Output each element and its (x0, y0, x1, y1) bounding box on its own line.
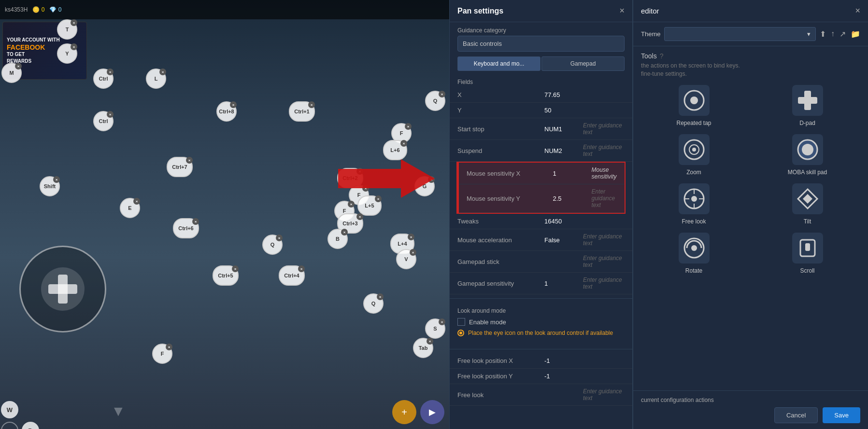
close-icon[interactable]: × (408, 234, 414, 240)
tool-rotate[interactable]: Rotate (641, 233, 747, 274)
tool-tilt[interactable]: Tilt (754, 183, 860, 225)
close-icon[interactable]: × (53, 176, 60, 183)
field-row-x: X 77.65 (450, 87, 632, 103)
repeated-tap-icon (682, 88, 706, 112)
field-name-freelook-y: Free look position Y (450, 369, 537, 384)
field-row-freelook-y: Free look position Y -1 (450, 369, 632, 384)
share-icon[interactable]: ↗ (840, 29, 846, 39)
close-icon[interactable]: × (71, 43, 77, 50)
close-icon[interactable]: × (439, 91, 445, 97)
key-F4[interactable]: F× (152, 344, 172, 364)
close-icon[interactable]: × (427, 338, 433, 345)
key-Ctrl1[interactable]: Ctrl× (93, 69, 114, 89)
key-Ctrl1b[interactable]: Ctrl+1× (289, 101, 315, 122)
tool-zoom[interactable]: Zoom (641, 134, 747, 176)
key-Q3[interactable]: Q× (363, 293, 384, 314)
field-row-startstop: Start stop NUM1 Enter guidance text (450, 118, 632, 140)
close-icon[interactable]: × (276, 235, 283, 241)
radio-eye-icon[interactable] (457, 330, 464, 336)
tab-gamepad[interactable]: Gamepad (541, 56, 625, 71)
close-icon[interactable]: × (298, 265, 305, 272)
key-Ctrl8[interactable]: Ctrl+8× (216, 101, 237, 122)
field-row-y: Y 50 (450, 103, 632, 118)
export-icon[interactable]: ↑ (831, 29, 835, 39)
key-L5[interactable]: L+5× (357, 195, 382, 216)
key-Ctrl5[interactable]: Ctrl+5× (213, 265, 239, 286)
key-Shift[interactable]: Shift× (40, 176, 60, 196)
chevron-down-icon: ▾ (807, 30, 811, 38)
close-icon[interactable]: × (159, 69, 166, 75)
field-value-mouse-sens-x: 1 (545, 163, 584, 184)
folder-icon[interactable]: 📁 (851, 29, 860, 39)
field-name-freelook-x: Free look position X (450, 353, 537, 369)
pan-settings-close-button[interactable]: × (619, 6, 625, 16)
key-L[interactable]: L× (146, 69, 166, 89)
enable-mode-checkbox[interactable] (457, 318, 465, 326)
close-icon[interactable]: × (192, 218, 199, 225)
pan-settings-title: Pan settings (457, 7, 503, 15)
guidance-category-input[interactable]: Basic controls (457, 36, 625, 52)
plus-button[interactable]: + (392, 400, 416, 424)
help-circle-icon[interactable]: ? (660, 52, 664, 60)
field-name-mouse-sens-x: Mouse sensitivity X (458, 163, 545, 184)
close-icon[interactable]: × (186, 157, 193, 164)
close-icon[interactable]: × (71, 19, 77, 26)
key-Q2[interactable]: Q× (262, 235, 283, 255)
field-name-mouse-sens-y: Mouse sensitivity Y (458, 184, 545, 213)
key-V[interactable]: V× (396, 249, 416, 269)
close-icon[interactable]: × (166, 344, 172, 350)
editor-close-button[interactable]: × (855, 6, 860, 16)
close-icon[interactable]: × (107, 111, 114, 118)
key-S2[interactable] (1, 422, 18, 429)
key-Q1[interactable]: Q× (425, 91, 445, 111)
key-D[interactable]: D (22, 422, 39, 429)
close-icon[interactable]: × (377, 293, 384, 300)
scroll-label: Scroll (800, 267, 814, 274)
key-Tab[interactable]: Tab× (413, 338, 433, 358)
field-guidance-freelook: Enter guidance text (575, 384, 632, 406)
close-icon[interactable]: × (410, 249, 416, 256)
close-icon[interactable]: × (232, 265, 239, 272)
cancel-button[interactable]: Cancel (774, 407, 818, 423)
field-value-freelook (537, 384, 575, 406)
key-W[interactable]: W (1, 401, 18, 418)
tool-scroll[interactable]: Scroll (754, 233, 860, 274)
key-B[interactable]: B× (327, 229, 348, 249)
tool-moba[interactable]: MOBA skill pad (754, 134, 860, 176)
rotate-label: Rotate (685, 267, 702, 274)
close-icon[interactable]: × (107, 69, 114, 75)
key-Y[interactable]: Y× (57, 43, 77, 64)
key-Ctrl6[interactable]: Ctrl+6× (173, 218, 199, 238)
key-Ctrl2[interactable]: Ctrl× (93, 111, 114, 131)
tool-freelook[interactable]: Free look (641, 183, 747, 225)
upload-cloud-icon[interactable]: ⬆ (820, 29, 826, 39)
tool-repeated-tap[interactable]: Repeated tap (641, 85, 747, 126)
close-icon[interactable]: × (133, 198, 140, 205)
close-icon[interactable]: × (356, 213, 363, 220)
key-Ctrl4[interactable]: Ctrl+4× (279, 265, 305, 286)
close-icon[interactable]: × (15, 63, 22, 69)
save-button[interactable]: Save (823, 407, 860, 423)
close-icon[interactable]: × (308, 101, 315, 108)
editor-toolbar: Theme ▾ ⬆ ↑ ↗ 📁 (633, 22, 868, 46)
tool-dpad[interactable]: D-pad (754, 85, 860, 126)
svg-point-2 (690, 97, 698, 104)
close-icon[interactable]: × (230, 101, 237, 108)
close-icon[interactable]: × (348, 201, 355, 208)
close-icon[interactable]: × (400, 140, 407, 147)
close-icon[interactable]: × (341, 229, 348, 235)
key-Ctrl7[interactable]: Ctrl+7× (167, 157, 193, 177)
theme-dropdown[interactable]: ▾ (664, 27, 816, 41)
close-icon[interactable]: × (439, 318, 445, 325)
joystick[interactable] (19, 246, 106, 332)
key-L6[interactable]: L+6× (383, 140, 407, 160)
svg-marker-0 (338, 159, 435, 198)
key-T[interactable]: T× (57, 19, 77, 40)
key-E[interactable]: E× (120, 198, 140, 218)
key-S[interactable]: S× (425, 318, 445, 339)
radio-eye-icon-row: Place the eye icon on the look around co… (457, 330, 625, 336)
key-M[interactable]: M× (1, 63, 22, 83)
close-icon[interactable]: × (405, 123, 412, 130)
arrow-button[interactable]: ▶ (420, 400, 444, 424)
tab-keyboard-mouse[interactable]: Keyboard and mo... (457, 56, 541, 71)
